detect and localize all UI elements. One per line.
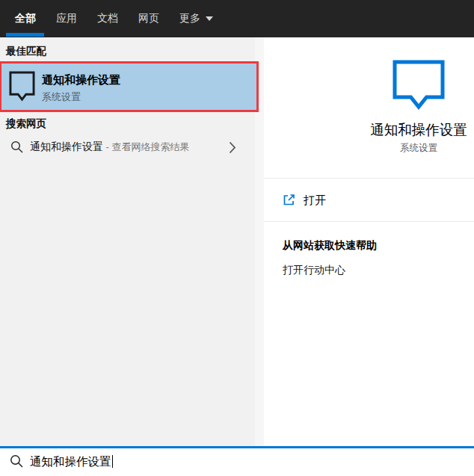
search-web-header: 搜索网页 — [6, 117, 46, 131]
web-search-suffix: - 查看网络搜索结果 — [103, 141, 190, 152]
quick-help-header: 从网站获取快速帮助 — [283, 239, 377, 253]
active-tab-indicator — [6, 33, 44, 37]
tab-web[interactable]: 网页 — [138, 12, 159, 25]
web-search-result[interactable]: 通知和操作设置 - 查看网络搜索结果 — [0, 134, 255, 161]
web-search-query: 通知和操作设置 — [30, 140, 103, 152]
preview-title: 通知和操作设置 — [333, 120, 474, 139]
search-input[interactable]: 通知和操作设置 — [0, 448, 474, 476]
chevron-down-icon — [206, 16, 213, 21]
best-match-title: 通知和操作设置 — [42, 73, 120, 87]
chevron-right-icon[interactable] — [229, 141, 236, 154]
divider — [264, 221, 474, 222]
open-action[interactable]: 打开 — [264, 185, 474, 215]
search-icon — [10, 454, 24, 469]
best-match-subtitle: 系统设置 — [42, 90, 81, 104]
notification-bubble-icon — [9, 71, 35, 103]
tab-all[interactable]: 全部 — [15, 12, 36, 25]
open-external-icon — [283, 194, 295, 206]
best-match-result[interactable]: 通知和操作设置 系统设置 — [0, 64, 257, 110]
search-input-value: 通知和操作设置 — [30, 455, 111, 468]
open-action-label: 打开 — [304, 194, 326, 208]
tab-documents[interactable]: 文档 — [97, 12, 118, 25]
divider — [264, 178, 474, 179]
search-icon — [10, 140, 24, 154]
tab-apps[interactable]: 应用 — [56, 12, 77, 25]
tab-more[interactable]: 更多 — [179, 12, 213, 25]
windows-search-flyout: 全部 应用 文档 网页 更多 最佳匹配 通知和操作设置 系统设置 搜索网页 — [0, 0, 474, 476]
search-filter-tab-bar: 全部 应用 文档 网页 更多 — [0, 0, 474, 37]
notification-bubble-icon — [393, 60, 445, 111]
text-cursor — [112, 455, 113, 468]
preview-subtitle: 系统设置 — [333, 142, 474, 155]
best-match-header: 最佳匹配 — [6, 45, 46, 58]
open-action-center-link[interactable]: 打开行动中心 — [283, 264, 345, 277]
